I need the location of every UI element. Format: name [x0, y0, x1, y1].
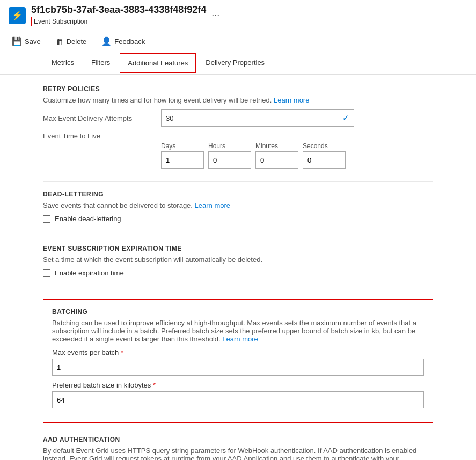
feedback-button[interactable]: 👤 Feedback [98, 34, 148, 48]
save-button[interactable]: 💾 Save [9, 34, 44, 48]
batching-learn-more[interactable]: Learn more [222, 335, 258, 343]
dead-lettering-desc: Save events that cannot be delivered to … [43, 201, 433, 209]
days-input[interactable] [161, 151, 204, 169]
more-options-icon[interactable]: ··· [211, 10, 219, 21]
aad-auth-desc: By default Event Grid uses HTTPS query s… [43, 447, 433, 460]
minutes-input[interactable] [255, 151, 298, 169]
seconds-group: Seconds [303, 142, 346, 169]
delete-icon: 🗑 [56, 37, 64, 46]
tab-delivery-properties[interactable]: Delivery Properties [197, 52, 273, 74]
expiration-desc: Set a time at which the event subscripti… [43, 255, 433, 264]
resource-icon: ⚡ [9, 7, 26, 24]
retry-policies-title: RETRY POLICIES [43, 85, 433, 93]
main-content: RETRY POLICIES Customize how many times … [0, 75, 476, 460]
expiration-section: EVENT SUBSCRIPTION EXPIRATION TIME Set a… [43, 245, 433, 277]
expiration-checkbox-row: Enable expiration time [43, 269, 433, 277]
dead-lettering-checkbox[interactable] [43, 215, 50, 223]
max-events-label: Max events per batch [52, 348, 123, 356]
header-info: 5f1cb75b-37af-3eaa-3883-4338f48f92f4 Eve… [31, 4, 206, 26]
max-attempts-row: Max Event Delivery Attempts 30 ✓ [43, 109, 433, 127]
tab-additional-features[interactable]: Additional Features [120, 53, 196, 73]
expiration-checkbox[interactable] [43, 269, 50, 277]
preferred-size-label: Preferred batch size in kilobytes [52, 381, 156, 389]
max-attempts-select[interactable]: 30 ✓ [161, 109, 354, 127]
resource-subtitle: Event Subscription [31, 17, 90, 26]
time-inputs-row: Days Hours Minutes Seconds [161, 142, 433, 169]
hours-label: Hours [208, 142, 225, 150]
dead-lettering-checkbox-row: Enable dead-lettering [43, 215, 433, 223]
max-events-field: Max events per batch [52, 348, 424, 381]
toolbar: 💾 Save 🗑 Delete 👤 Feedback [0, 31, 476, 52]
event-time-label: Event Time to Live [43, 132, 161, 140]
seconds-input[interactable] [303, 151, 346, 169]
retry-learn-more[interactable]: Learn more [274, 96, 309, 104]
max-attempts-label: Max Event Delivery Attempts [43, 114, 161, 122]
preferred-size-input[interactable] [52, 391, 424, 408]
minutes-label: Minutes [255, 142, 278, 150]
retry-policies-section: RETRY POLICIES Customize how many times … [43, 85, 433, 169]
tabs: Metrics Filters Additional Features Deli… [0, 52, 476, 75]
dead-lettering-title: DEAD-LETTERING [43, 191, 433, 198]
aad-auth-section: AAD AUTHENTICATION By default Event Grid… [43, 436, 433, 460]
aad-auth-title: AAD AUTHENTICATION [43, 436, 433, 443]
batching-section: BATCHING Batching can be used to improve… [43, 299, 433, 423]
expiration-title: EVENT SUBSCRIPTION EXPIRATION TIME [43, 245, 433, 252]
feedback-label: Feedback [114, 38, 145, 46]
event-time-label-row: Event Time to Live [43, 132, 433, 140]
save-label: Save [25, 38, 41, 46]
check-icon: ✓ [342, 113, 349, 123]
preferred-size-field: Preferred batch size in kilobytes [52, 381, 424, 414]
tab-metrics[interactable]: Metrics [43, 52, 83, 74]
batching-title: BATCHING [52, 308, 424, 316]
dead-lettering-checkbox-label: Enable dead-lettering [55, 215, 121, 223]
save-icon: 💾 [12, 36, 22, 46]
seconds-label: Seconds [303, 142, 328, 150]
expiration-checkbox-label: Enable expiration time [55, 269, 124, 277]
resource-title: 5f1cb75b-37af-3eaa-3883-4338f48f92f4 [31, 4, 206, 16]
retry-policies-desc: Customize how many times and for how lon… [43, 96, 433, 104]
hours-group: Hours [208, 142, 251, 169]
max-events-input[interactable] [52, 359, 424, 376]
dead-lettering-section: DEAD-LETTERING Save events that cannot b… [43, 191, 433, 223]
batching-desc: Batching can be used to improve efficien… [52, 319, 424, 343]
tab-filters[interactable]: Filters [83, 52, 119, 74]
delete-button[interactable]: 🗑 Delete [53, 35, 90, 48]
days-group: Days [161, 142, 204, 169]
feedback-icon: 👤 [101, 36, 112, 46]
delete-label: Delete [67, 38, 87, 46]
max-attempts-value: 30 [166, 114, 173, 122]
dead-lettering-learn-more[interactable]: Learn more [195, 201, 230, 209]
hours-input[interactable] [208, 151, 251, 169]
minutes-group: Minutes [255, 142, 298, 169]
top-bar: ⚡ 5f1cb75b-37af-3eaa-3883-4338f48f92f4 E… [0, 0, 476, 31]
days-label: Days [161, 142, 175, 150]
